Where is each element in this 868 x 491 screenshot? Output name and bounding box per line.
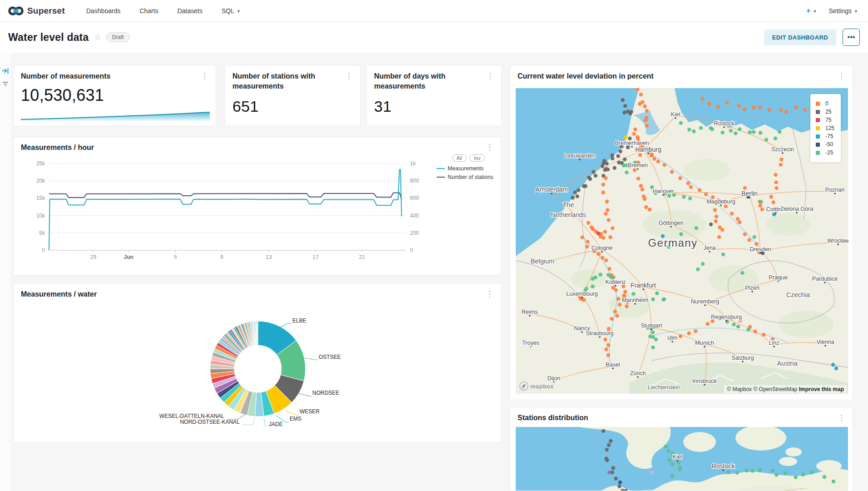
map-legend-item[interactable]: 25	[816, 109, 834, 115]
map-place-label: Liechtenstein	[648, 384, 680, 391]
station-dot	[633, 168, 636, 172]
expand-filter-bar-icon[interactable]	[2, 67, 9, 74]
station-dot	[735, 471, 739, 474]
filter-rail	[0, 53, 11, 491]
card-water-level-deviation-map: Current water level deviation in percent…	[510, 65, 853, 400]
station-dot	[769, 195, 773, 198]
superset-logo[interactable]: Superset	[0, 5, 77, 16]
settings-menu[interactable]: Settings▼	[829, 7, 858, 15]
station-dot	[747, 238, 751, 242]
station-dot	[755, 242, 758, 246]
station-dot	[617, 485, 621, 488]
station-dot	[758, 204, 762, 208]
station-dot	[664, 445, 667, 448]
map-place-label: Kiel	[673, 454, 682, 460]
map-legend-item[interactable]: -25	[816, 149, 834, 156]
y-axis-right-tick: 800	[410, 178, 419, 184]
station-dot	[752, 130, 755, 134]
station-dot	[650, 471, 654, 474]
map-place-label: Netherlands	[551, 211, 586, 218]
legend-swatch	[816, 102, 820, 106]
station-dot	[614, 476, 618, 480]
station-dot	[605, 162, 608, 165]
station-dot	[621, 98, 625, 102]
map-place-label: Prague	[769, 274, 788, 281]
map-place-label: Stuttgart	[641, 322, 662, 329]
nav-charts[interactable]: Charts	[130, 7, 168, 15]
chart-title: Current water level deviation in percent	[518, 71, 654, 81]
station-dot	[701, 262, 705, 266]
mapbox-logo[interactable]: mapbox	[519, 382, 554, 391]
station-dot	[662, 163, 666, 167]
nav-datasets[interactable]: Datasets	[168, 7, 212, 15]
station-dot	[616, 154, 620, 158]
legend-label: -50	[825, 141, 833, 148]
kebab-menu-icon[interactable]: ⋮	[342, 70, 355, 82]
station-dot	[582, 184, 586, 188]
station-dot	[611, 226, 614, 230]
station-dot	[772, 200, 775, 204]
map-legend-item[interactable]: -75	[816, 133, 834, 139]
map-place-label: Hamburg	[635, 146, 661, 153]
station-dot	[602, 429, 605, 433]
legend-swatch	[816, 126, 820, 130]
station-dot	[597, 232, 600, 235]
station-dot	[609, 439, 612, 443]
station-dot	[710, 127, 714, 131]
kebab-menu-icon[interactable]: ⋮	[835, 412, 848, 423]
x-axis-tick: Jun	[124, 254, 133, 260]
kebab-menu-icon[interactable]: ⋮	[483, 70, 497, 82]
map-legend-item[interactable]: -50	[816, 141, 834, 148]
legend-inv-button[interactable]: Inv	[469, 154, 485, 162]
station-dot	[678, 467, 681, 471]
station-dot	[655, 292, 659, 295]
station-dot	[604, 347, 608, 351]
map-place-label: Czechia	[786, 291, 810, 298]
map-legend-item[interactable]: 0	[816, 100, 834, 107]
station-dot	[687, 128, 691, 131]
map-place-label: Regensburg	[711, 314, 742, 320]
station-dot	[689, 185, 693, 189]
nav-sql[interactable]: SQL▼	[212, 7, 250, 15]
map-viewport[interactable]: KielRostock	[515, 427, 848, 491]
map-place-label: Innsbruck	[692, 378, 717, 384]
map-viewport[interactable]: LeeuwardenAmsterdamTheNetherlandsBelgium…	[515, 88, 848, 394]
station-dot	[737, 104, 740, 108]
edit-dashboard-button[interactable]: EDIT DASHBOARD	[764, 30, 836, 45]
station-dot	[605, 200, 609, 203]
station-dot	[652, 157, 656, 161]
improve-map-link[interactable]: Improve this map	[799, 386, 844, 392]
nav-dashboards[interactable]: Dashboards	[77, 7, 130, 15]
station-dot	[622, 111, 626, 114]
dashboard-more-button[interactable]: •••	[843, 29, 860, 46]
legend-label: 75	[825, 117, 831, 123]
map-legend-item[interactable]: 125	[816, 125, 834, 131]
kebab-menu-icon[interactable]: ⋮	[835, 70, 848, 82]
station-dot	[682, 195, 686, 198]
map-place-label: Strasbourg	[586, 330, 613, 337]
station-dot	[613, 166, 616, 170]
station-dot	[602, 236, 605, 239]
station-dot	[707, 102, 711, 105]
station-dot	[764, 138, 768, 141]
new-menu[interactable]: +▼	[806, 6, 817, 15]
map-place-label: Frankfurt	[631, 282, 656, 289]
station-dot	[644, 119, 647, 122]
station-dot	[584, 287, 588, 290]
station-dot	[834, 367, 838, 370]
legend-all-button[interactable]: All	[452, 154, 467, 162]
map-legend-item[interactable]: 75	[816, 117, 834, 123]
station-dot	[758, 105, 762, 109]
legend-item[interactable]: Number of stations	[437, 174, 500, 180]
station-dot	[608, 235, 612, 239]
superset-dashboard: Superset Dashboards Charts Datasets SQL▼…	[0, 0, 868, 491]
legend-item[interactable]: Measurements	[437, 165, 500, 172]
station-dot	[624, 135, 627, 139]
filter-icon[interactable]	[2, 80, 9, 87]
donut-slice[interactable]	[257, 321, 258, 345]
legend-label: Measurements	[448, 165, 483, 172]
station-dot	[746, 328, 750, 332]
favorite-star-icon[interactable]: ☆	[94, 32, 101, 42]
kebab-menu-icon[interactable]: ⋮	[198, 70, 211, 82]
station-dot	[651, 335, 655, 339]
